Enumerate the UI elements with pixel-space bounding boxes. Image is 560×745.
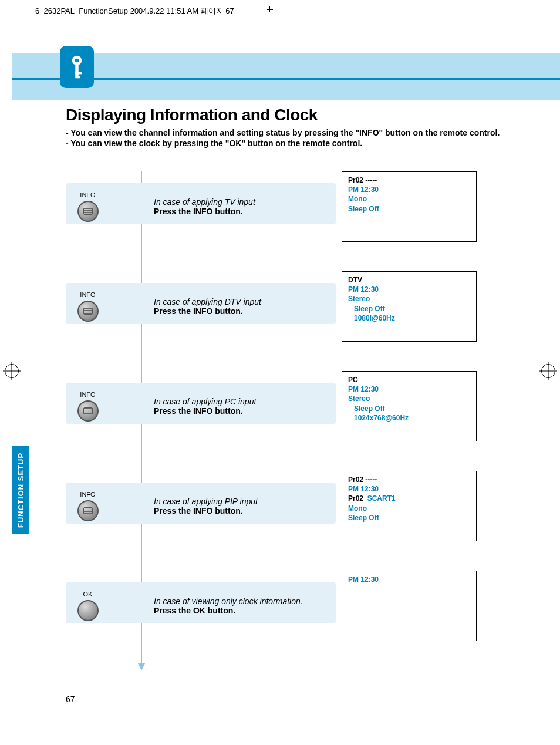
osd-line: Pr02 SCART1 (348, 494, 470, 503)
osd-line: Pr02 ----- (348, 475, 470, 484)
info-button-icon: INFO (66, 191, 110, 222)
osd-line: Stereo (348, 394, 470, 403)
osd-line: Sleep Off (348, 404, 470, 413)
remote-button-graphic (77, 301, 99, 322)
page-title: Displaying Information and Clock (66, 106, 525, 124)
step-action-text: Press the INFO button. (154, 506, 258, 515)
step-row: INFOIn case of applying PIP inputPress t… (66, 471, 525, 541)
button-label: INFO (66, 191, 110, 198)
info-button-icon: INFO (66, 291, 110, 322)
key-icon (67, 54, 87, 80)
side-tab-function-setup: FUNCTION SETUP (12, 446, 29, 534)
osd-line: PC (348, 375, 470, 385)
osd-line: Pr02 ----- (348, 176, 470, 185)
osd-line: Sleep Off (348, 513, 470, 522)
step-row: OKIn case of viewing only clock informat… (66, 571, 525, 641)
osd-line: Sleep Off (348, 204, 470, 214)
intro-line-2: - You can view the clock by pressing the… (66, 139, 525, 148)
remote-button-graphic (77, 600, 99, 621)
osd-line: PM 12:30 (348, 484, 470, 494)
osd-result-box: Pr02 -----PM 12:30Pr02 SCART1MonoSleep O… (342, 471, 477, 541)
step-case-text: In case of viewing only clock informatio… (154, 596, 303, 606)
osd-line: PM 12:30 (348, 575, 470, 584)
page-number: 67 (66, 695, 75, 704)
osd-result-box: PCPM 12:30StereoSleep Off1024x768@60Hz (342, 371, 477, 441)
svg-rect-4 (75, 76, 80, 78)
remote-button-graphic (77, 500, 99, 521)
crop-line-top (12, 12, 548, 12)
remote-button-graphic (77, 400, 99, 422)
info-button-icon: INFO (66, 491, 110, 521)
osd-line: Mono (348, 504, 470, 513)
step-action-text: Press the INFO button. (154, 207, 255, 216)
osd-line: 1024x768@60Hz (348, 413, 470, 423)
osd-line: PM 12:30 (348, 285, 470, 294)
button-label: OK (66, 591, 110, 598)
osd-line: Mono (348, 194, 470, 204)
osd-line: PM 12:30 (348, 185, 470, 194)
steps-list: INFOIn case of applying TV inputPress th… (66, 171, 525, 641)
registration-mark-left (5, 364, 19, 378)
step-case-text: In case of applying PC input (154, 397, 256, 406)
registration-mark-right (541, 364, 555, 378)
osd-result-box: Pr02 -----PM 12:30MonoSleep Off (342, 171, 477, 242)
intro-line-1: - You can view the channel information a… (66, 128, 525, 137)
print-header: 6_2632PAL_FunctionSetup 2004.9.22 11:51 … (35, 6, 234, 16)
step-row: INFOIn case of applying PC inputPress th… (66, 371, 525, 441)
svg-rect-3 (75, 72, 82, 74)
step-action-text: Press the OK button. (154, 606, 303, 615)
info-button-icon: INFO (66, 391, 110, 422)
step-case-text: In case of applying PIP input (154, 497, 258, 506)
button-label: INFO (66, 391, 110, 398)
step-case-text: In case of applying TV input (154, 197, 255, 207)
step-case-text: In case of applying DTV input (154, 297, 261, 306)
ok-button-icon: OK (66, 591, 110, 621)
button-label: INFO (66, 291, 110, 298)
header-blue-band (12, 53, 560, 100)
flow-arrow-icon (138, 663, 145, 670)
osd-result-box: DTVPM 12:30StereoSleep Off1080i@60Hz (342, 271, 477, 342)
step-action-text: Press the INFO button. (154, 406, 256, 416)
osd-line: Stereo (348, 294, 470, 304)
button-label: INFO (66, 491, 110, 498)
osd-line: 1080i@60Hz (348, 313, 470, 323)
step-action-text: Press the INFO button. (154, 306, 261, 316)
header-blue-line (12, 78, 560, 80)
osd-line: PM 12:30 (348, 385, 470, 394)
osd-line: Sleep Off (348, 304, 470, 313)
svg-point-1 (75, 59, 79, 63)
step-row: INFOIn case of applying DTV inputPress t… (66, 271, 525, 342)
osd-line: DTV (348, 275, 470, 285)
key-icon-tab (60, 46, 94, 88)
step-row: INFOIn case of applying TV inputPress th… (66, 171, 525, 242)
osd-result-box: PM 12:30 (342, 571, 477, 641)
remote-button-graphic (77, 201, 99, 222)
